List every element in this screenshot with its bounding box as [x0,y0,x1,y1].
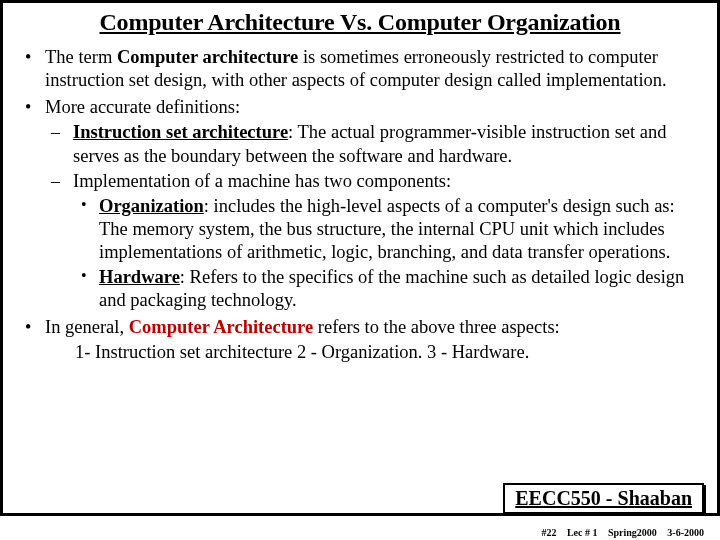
impl-text: Implementation of a machine has two comp… [73,171,451,191]
slide-frame: Computer Architecture Vs. Computer Organ… [0,0,720,516]
hw-item: Hardware: Refers to the specifics of the… [73,266,703,312]
org-item: Organization: includes the high-level as… [73,195,703,264]
sub-list-3: Organization: includes the high-level as… [73,195,703,313]
hw-label: Hardware [99,267,180,287]
footer-page: #22 [541,527,556,538]
isa-item: Instruction set architecture: The actual… [45,121,703,167]
isa-label: Instruction set architecture [73,122,288,142]
b1-pre: The term [45,47,117,67]
org-label: Organization [99,196,204,216]
slide-title: Computer Architecture Vs. Computer Organ… [17,9,703,36]
footer-lec: Lec # 1 [567,527,598,538]
b3-post: refers to the above three aspects: [313,317,560,337]
hw-rest: : Refers to the specifics of the machine… [99,267,684,310]
b1-bold: Computer architecture [117,47,298,67]
footer: #22 Lec # 1 Spring2000 3-6-2000 [533,527,704,538]
bullet-list: The term Computer architecture is someti… [17,46,703,364]
bullet-2: More accurate definitions: Instruction s… [17,96,703,312]
bullet-1: The term Computer architecture is someti… [17,46,703,92]
course-box: EECC550 - Shaaban [503,483,704,514]
b3-pre: In general, [45,317,129,337]
bullet-3: In general, Computer Architecture refers… [17,316,703,363]
b2-text: More accurate definitions: [45,97,240,117]
b3-bold: Computer Architecture [129,317,313,337]
impl-item: Implementation of a machine has two comp… [45,170,703,313]
b3-line: 1- Instruction set architecture 2 - Orga… [45,340,703,364]
sub-list-2: Instruction set architecture: The actual… [45,121,703,312]
footer-term: Spring2000 [608,527,657,538]
footer-date: 3-6-2000 [667,527,704,538]
